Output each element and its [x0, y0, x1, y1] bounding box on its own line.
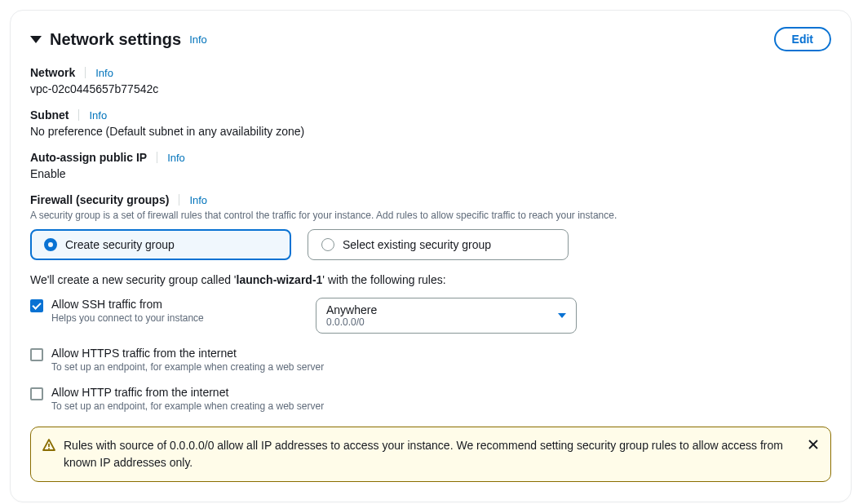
- radio-select-sg[interactable]: Select existing security group: [308, 229, 569, 260]
- autoip-field: Auto-assign public IP Info Enable: [30, 151, 831, 180]
- select-main-text: Anywhere: [326, 303, 377, 316]
- subnet-label: Subnet: [30, 108, 69, 122]
- rule-allow-ssh: Allow SSH traffic from Helps you connect…: [30, 298, 831, 334]
- network-settings-panel: Network settings Info Edit Network Info …: [10, 10, 852, 502]
- firewall-desc: A security group is a set of firewall ru…: [30, 210, 831, 221]
- warning-icon: [42, 439, 55, 454]
- chevron-down-icon: [558, 313, 566, 318]
- radio-select-label: Select existing security group: [343, 238, 491, 251]
- radio-icon: [321, 238, 334, 251]
- network-field: Network Info vpc-02c0445657b77542c: [30, 66, 831, 95]
- network-value: vpc-02c0445657b77542c: [30, 82, 831, 95]
- collapse-icon[interactable]: [30, 36, 42, 43]
- firewall-radio-group: Create security group Select existing se…: [30, 229, 831, 260]
- firewall-label: Firewall (security groups): [30, 193, 169, 206]
- autoip-value: Enable: [30, 167, 831, 180]
- info-link-firewall[interactable]: Info: [189, 194, 207, 206]
- desc-https: To set up an endpoint, for example when …: [51, 361, 324, 373]
- section-title: Network settings: [50, 30, 181, 49]
- radio-icon: [44, 238, 57, 251]
- label-https: Allow HTTPS traffic from the internet: [51, 347, 324, 360]
- checkbox-http[interactable]: [30, 387, 43, 400]
- subnet-field: Subnet Info No preference (Default subne…: [30, 108, 831, 138]
- svg-point-1: [48, 448, 50, 449]
- info-link-header[interactable]: Info: [189, 33, 207, 46]
- desc-ssh: Helps you connect to your instance: [51, 312, 204, 324]
- radio-create-sg[interactable]: Create security group: [30, 229, 291, 260]
- close-icon[interactable]: [808, 439, 819, 453]
- select-sub-text: 0.0.0.0/0: [326, 316, 377, 328]
- sg-create-text: We'll create a new security group called…: [30, 273, 831, 286]
- header-left: Network settings Info: [30, 30, 207, 49]
- ssh-source-select[interactable]: Anywhere 0.0.0.0/0: [316, 298, 577, 334]
- edit-button[interactable]: Edit: [774, 27, 831, 51]
- subnet-value: No preference (Default subnet in any ava…: [30, 125, 831, 138]
- info-link-subnet[interactable]: Info: [89, 109, 107, 122]
- rule-allow-https: Allow HTTPS traffic from the internet To…: [30, 347, 831, 373]
- info-link-network[interactable]: Info: [95, 67, 113, 79]
- checkbox-ssh[interactable]: [30, 299, 43, 312]
- label-ssh: Allow SSH traffic from: [51, 298, 204, 311]
- label-http: Allow HTTP traffic from the internet: [51, 386, 324, 399]
- autoip-label: Auto-assign public IP: [30, 151, 147, 164]
- firewall-field: Firewall (security groups) Info A securi…: [30, 193, 831, 221]
- alert-text: Rules with source of 0.0.0.0/0 allow all…: [64, 437, 799, 471]
- radio-create-label: Create security group: [65, 238, 175, 251]
- panel-header: Network settings Info Edit: [30, 27, 831, 51]
- rule-allow-http: Allow HTTP traffic from the internet To …: [30, 386, 831, 412]
- checkbox-https[interactable]: [30, 348, 43, 361]
- info-link-autoip[interactable]: Info: [167, 152, 185, 164]
- warning-alert: Rules with source of 0.0.0.0/0 allow all…: [30, 427, 831, 482]
- network-label: Network: [30, 66, 75, 79]
- desc-http: To set up an endpoint, for example when …: [51, 400, 324, 412]
